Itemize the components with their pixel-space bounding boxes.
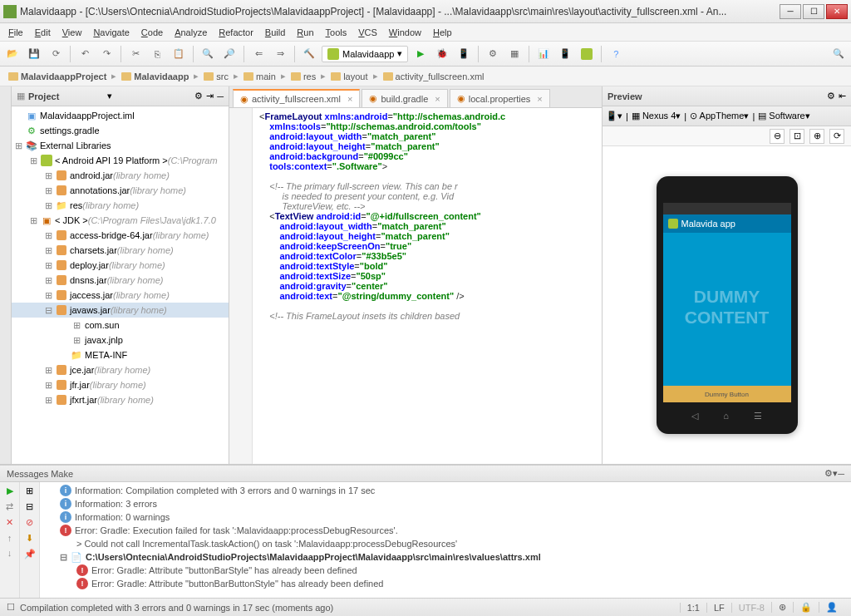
stop-icon[interactable]: ✕ [6, 517, 13, 528]
message-row[interactable]: !Error: Gradle: Attribute "buttonBarButt… [43, 577, 848, 590]
tree-item[interactable]: ⊞📚External Libraries [12, 138, 229, 153]
lock-icon[interactable]: 🔒 [793, 602, 819, 613]
filter-errors-icon[interactable]: ⊘ [26, 517, 33, 528]
message-row[interactable]: iInformation: 0 warnings [43, 510, 848, 524]
project-tree[interactable]: ▣MalavidaappProject.iml ⚙settings.gradle… [12, 106, 229, 464]
menu-edit[interactable]: Edit [30, 26, 56, 39]
adb-button[interactable] [578, 45, 596, 63]
theme-selector[interactable]: ⊙ AppTheme▾ [690, 111, 749, 121]
tree-item[interactable]: ⊞deploy.jar (library home) [12, 258, 229, 273]
paste-button[interactable]: 📋 [170, 45, 188, 63]
run-icon[interactable]: ▶ [7, 485, 13, 496]
pin-icon[interactable]: 📌 [24, 549, 36, 559]
help-button[interactable]: ? [607, 45, 625, 63]
device-selector[interactable]: ▦ Nexus 4▾ [632, 111, 681, 121]
export-icon[interactable]: ⬇ [26, 533, 33, 544]
undo-button[interactable]: ↶ [76, 45, 94, 63]
settings-icon[interactable]: ⚙ [827, 91, 835, 101]
hector-icon[interactable]: 👤 [819, 602, 844, 613]
menu-view[interactable]: View [57, 26, 87, 39]
editor-tab[interactable]: ◉activity_fullscreen.xml× [233, 89, 360, 107]
menu-code[interactable]: Code [136, 26, 168, 39]
tree-item[interactable]: ⚙settings.gradle [12, 123, 229, 138]
editor-tab[interactable]: ◉build.gradle× [362, 89, 447, 107]
run-config-selector[interactable]: Malavidaapp ▾ [322, 46, 408, 62]
menu-tools[interactable]: Tools [321, 26, 352, 39]
zoom-fit-button[interactable]: ⊡ [790, 129, 804, 144]
chevron-down-icon[interactable]: ▾ [107, 91, 112, 101]
search-button[interactable]: 🔍 [829, 45, 848, 63]
message-row[interactable]: ⊟ 📄C:\Users\Ontecnia\AndroidStudioProjec… [43, 550, 848, 564]
attach-button[interactable]: 📱 [455, 45, 473, 63]
hide-icon[interactable]: ⇤ [839, 91, 846, 101]
ddms-button[interactable]: 📱 [556, 45, 574, 63]
refresh-button[interactable]: ⟳ [829, 129, 844, 144]
expand-icon[interactable]: ⊞ [26, 485, 33, 496]
menu-refactor[interactable]: Refactor [214, 26, 258, 39]
encoding[interactable]: UTF-8 [731, 603, 771, 613]
breadcrumb-item[interactable]: src [200, 70, 232, 83]
open-button[interactable]: 📂 [3, 45, 22, 63]
tree-item[interactable]: ⊞jfxrt.jar (library home) [12, 392, 229, 407]
hide-icon[interactable]: ─ [838, 469, 844, 479]
back-button[interactable]: ⇐ [249, 45, 268, 63]
tree-item[interactable]: ▣MalavidaappProject.iml [12, 108, 229, 123]
message-row[interactable]: !Error: Gradle: Attribute "buttonBarStyl… [43, 564, 848, 577]
insert-mode[interactable]: ⊛ [771, 602, 793, 613]
messages-list[interactable]: iInformation: Compilation completed with… [40, 482, 851, 598]
tree-item[interactable]: ⊞com.sun [12, 318, 229, 333]
up-icon[interactable]: ↑ [7, 533, 12, 543]
breadcrumb-item[interactable]: Malavidaapp [118, 70, 192, 83]
message-row[interactable]: iInformation: Compilation completed with… [43, 484, 848, 497]
menu-build[interactable]: Build [260, 26, 290, 39]
breadcrumb-item[interactable]: layout [327, 70, 371, 83]
collapse-icon[interactable]: ⇥ [206, 91, 214, 101]
breadcrumb-item[interactable]: MalavidaappProject [5, 70, 110, 83]
debug-button[interactable]: 🐞 [433, 45, 451, 63]
forward-button[interactable]: ⇒ [271, 45, 289, 63]
sdk-button[interactable]: ▦ [505, 45, 524, 63]
make-button[interactable]: 🔨 [300, 45, 318, 63]
close-tab-icon[interactable]: × [347, 94, 352, 104]
message-row[interactable]: !Error: Gradle: Execution failed for tas… [43, 524, 848, 537]
zoom-in-button[interactable]: ⊕ [809, 129, 824, 144]
minimize-button[interactable]: ─ [780, 4, 801, 19]
tree-item[interactable]: 📁META-INF [12, 347, 229, 362]
editor-tab[interactable]: ◉local.properties× [450, 89, 550, 107]
settings-icon[interactable]: ⚙▾ [824, 468, 838, 479]
redo-button[interactable]: ↷ [97, 45, 116, 63]
run-button[interactable]: ▶ [411, 45, 430, 63]
tree-item[interactable]: ⊞jce.jar (library home) [12, 362, 229, 377]
copy-button[interactable]: ⎘ [148, 45, 166, 63]
tree-item[interactable]: ⊞jfr.jar (library home) [12, 377, 229, 392]
menu-navigate[interactable]: Navigate [88, 26, 134, 39]
breadcrumb-item[interactable]: main [240, 70, 279, 83]
collapse-icon[interactable]: ⊟ [26, 501, 33, 512]
caret-pos[interactable]: 1:1 [680, 603, 706, 613]
tree-item[interactable]: ⊞access-bridge-64.jar (library home) [12, 228, 229, 243]
cut-button[interactable]: ✂ [126, 45, 145, 63]
menu-window[interactable]: Window [384, 26, 426, 39]
avd-button[interactable]: ⚙ [484, 45, 502, 63]
tree-item[interactable]: ⊞< Android API 19 Platform > (C:\Program [12, 153, 229, 168]
menu-analyze[interactable]: Analyze [170, 26, 212, 39]
code-editor[interactable]: <FrameLayout xmlns:android="http://schem… [229, 108, 602, 464]
message-row[interactable]: iInformation: 3 errors [43, 497, 848, 510]
close-tab-icon[interactable]: × [435, 94, 440, 104]
tree-item[interactable]: ⊞📁res (library home) [12, 198, 229, 213]
tree-item[interactable]: ⊞android.jar (library home) [12, 168, 229, 183]
tree-item[interactable]: ⊞javax.jnlp [12, 333, 229, 347]
tree-item[interactable]: ⊟javaws.jar (library home) [12, 303, 229, 318]
save-button[interactable]: 💾 [25, 45, 43, 63]
zoom-out-button[interactable]: ⊖ [770, 129, 785, 144]
down-icon[interactable]: ↓ [7, 548, 12, 558]
message-row[interactable]: > Could not call IncrementalTask.taskAct… [43, 537, 848, 550]
tree-item[interactable]: ⊞charsets.jar (library home) [12, 243, 229, 258]
settings-icon[interactable]: ⚙ [194, 91, 203, 101]
tree-item[interactable]: ⊞▣< JDK > (C:\Program Files\Java\jdk1.7.… [12, 213, 229, 228]
toggle-icon[interactable]: ⇄ [6, 501, 13, 512]
code-content[interactable]: <FrameLayout xmlns:android="http://schem… [253, 108, 602, 464]
replace-button[interactable]: 🔎 [220, 45, 239, 63]
hide-icon[interactable]: ─ [217, 91, 224, 101]
menu-file[interactable]: File [3, 26, 28, 39]
